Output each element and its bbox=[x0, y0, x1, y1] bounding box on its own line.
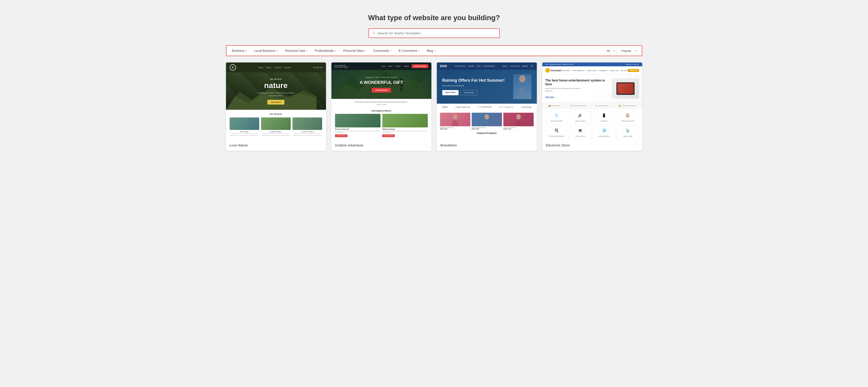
brand-product-3: Let's Lorem Suit Up! CHECK OUT bbox=[503, 113, 534, 130]
page-title: What type of website are you building? bbox=[226, 13, 642, 22]
cat-air-conditioner: ❄️ AIR CONDITIONER bbox=[546, 111, 568, 124]
chevron-down-icon: ▾ bbox=[418, 50, 420, 52]
cat-audio-video: 🔊 AUDIO & VIDEO bbox=[569, 111, 592, 124]
tab-personal-sites[interactable]: Personal Sites ▾ bbox=[340, 46, 369, 56]
template-card-love-nature[interactable]: N Home About Services Contact 619-555-55… bbox=[226, 62, 326, 151]
template-footer-outdoor: Outdoor Adventure ♡ bbox=[332, 140, 431, 151]
chevron-down-icon: ▾ bbox=[306, 50, 307, 52]
cat-pcs-laptop: 💻 PCS & LAPTOP bbox=[569, 126, 592, 140]
template-preview-brandstore: DNK EVERYTHING WOMEN MEN ACCESSORIES ABO… bbox=[437, 62, 537, 140]
outdoor-event-2: Walking Holidays Fuerat alecu carentem h… bbox=[382, 114, 428, 137]
tab-community[interactable]: Community ▾ bbox=[369, 46, 395, 56]
all-select[interactable]: All bbox=[604, 47, 617, 54]
chevron-down-icon: ▾ bbox=[276, 50, 278, 52]
svg-point-11 bbox=[453, 114, 457, 119]
cat-gadgets: 📱 GADGETS bbox=[593, 111, 615, 124]
cat-smart-home: 📡 SMART HOME bbox=[617, 126, 639, 140]
tab-professionals[interactable]: Professionals ▾ bbox=[311, 46, 340, 56]
return-icon: ↩ bbox=[595, 104, 597, 107]
outdoor-events: UPCOMING EVENTS Everest Camp Trek Fuerat… bbox=[332, 108, 431, 140]
support-icon: 🕐 bbox=[569, 104, 572, 107]
chevron-down-icon: ▾ bbox=[434, 50, 435, 52]
brand-products: 20% Off on Tank Tops SHOP NOW bbox=[437, 111, 537, 140]
cat-refrigerator: 🧊 REFRIGERATOR bbox=[593, 126, 615, 140]
secure-icon: 🔒 bbox=[618, 104, 621, 107]
nature-services-grid: Web Design We can help you and benefit y… bbox=[229, 117, 322, 136]
elec-top-bar: 24/7 Customer Service 1-888-234-1876 Shi… bbox=[542, 62, 642, 66]
nature-get-started-btn: Get Started bbox=[268, 100, 284, 105]
nature-hero: we all love nature Look deep into nature… bbox=[226, 72, 326, 110]
favorite-icon-love-nature[interactable]: ♡ bbox=[319, 143, 322, 148]
template-footer-love-nature: Love Nature ♡ bbox=[226, 140, 326, 151]
filter-tabs: Business ▾ Local Business ▾ Personal Car… bbox=[226, 46, 441, 56]
chevron-down-icon: ▾ bbox=[365, 50, 366, 52]
elec-category-row-1: ❄️ AIR CONDITIONER 🔊 AUDIO & VIDEO 📱 GAD… bbox=[546, 111, 639, 124]
search-icon: ⚲ bbox=[373, 31, 375, 35]
elec-category-row-2: 🍳 KITCHEN APPLIANCES 💻 PCS & LAPTOP 🧊 RE… bbox=[546, 126, 639, 140]
elec-feature-bar: 🚚 Free shipping 🕐 We are available 24/7 … bbox=[542, 102, 642, 109]
template-card-outdoor-adventure[interactable]: OUTDOOR ADVENTURE Home About Projects Co… bbox=[332, 62, 431, 151]
template-footer-brandstore: Brandstore ♡ bbox=[437, 140, 537, 151]
nature-service-1: Web Design We can help you and benefit y… bbox=[229, 117, 259, 136]
nature-services: Our Services Web Design We can help you … bbox=[226, 110, 326, 140]
elec-hero: The best home entertainment system is he… bbox=[542, 75, 642, 102]
elec-categories: ❄️ AIR CONDITIONER 🔊 AUDIO & VIDEO 📱 GAD… bbox=[542, 109, 642, 140]
svg-point-13 bbox=[516, 114, 521, 119]
chevron-down-icon: ▾ bbox=[246, 50, 247, 52]
tab-business[interactable]: Business ▾ bbox=[228, 46, 251, 56]
brand-products-grid: 20% Off on Tank Tops SHOP NOW bbox=[440, 113, 534, 130]
elec-nav: ☆ Innomart All products Home appliances … bbox=[542, 66, 642, 75]
brand-product-2: Latest Eyewear For You SHOP NOW bbox=[472, 113, 502, 130]
tab-personal-care[interactable]: Personal Care ▾ bbox=[281, 46, 311, 56]
template-preview-outdoor: OUTDOOR ADVENTURE Home About Projects Co… bbox=[332, 62, 431, 140]
outdoor-event-1: Everest Camp Trek Fuerat alecu carentem … bbox=[335, 114, 380, 137]
tab-local-business[interactable]: Local Business ▾ bbox=[250, 46, 281, 56]
chevron-down-icon: ▾ bbox=[335, 50, 336, 52]
chevron-down-icon: ▾ bbox=[390, 50, 391, 52]
template-preview-electronic: 24/7 Customer Service 1-888-234-1876 Shi… bbox=[542, 62, 642, 140]
nature-logo: N bbox=[229, 64, 236, 70]
nature-nav-links: Home About Services Contact bbox=[258, 66, 291, 68]
outdoor-hero: Explore The Colourful World A WONDERFUL … bbox=[332, 70, 431, 99]
tab-blog[interactable]: Blog ▾ bbox=[423, 46, 439, 56]
brand-hero-image bbox=[513, 74, 531, 99]
template-footer-electronic: Electronic Store ♡ bbox=[542, 140, 642, 151]
shipping-icon: 🚚 bbox=[548, 104, 551, 107]
cat-kitchen: 🍳 KITCHEN APPLIANCES bbox=[546, 126, 568, 140]
template-preview-love-nature: N Home About Services Contact 619-555-55… bbox=[226, 62, 326, 140]
outdoor-events-grid: Everest Camp Trek Fuerat alecu carentem … bbox=[335, 114, 428, 137]
favorite-icon-electronic[interactable]: ♡ bbox=[635, 143, 639, 148]
nature-service-3: Content Creation We can help you and ben… bbox=[292, 117, 322, 136]
sort-select[interactable]: Popular bbox=[619, 47, 638, 54]
tab-ecommerce[interactable]: E-Commerce ▾ bbox=[395, 46, 423, 56]
favorite-icon-brandstore[interactable]: ♡ bbox=[530, 143, 533, 148]
all-select-wrapper: All bbox=[604, 47, 617, 54]
template-card-electronic-store[interactable]: 24/7 Customer Service 1-888-234-1876 Shi… bbox=[542, 62, 642, 151]
favorite-icon-outdoor[interactable]: ♡ bbox=[424, 143, 428, 148]
svg-point-10 bbox=[519, 75, 526, 82]
brand-hero: Raining Offers For Hot Summer! 25% Off O… bbox=[437, 70, 537, 103]
search-input[interactable] bbox=[377, 31, 496, 35]
brand-nav: DNK EVERYTHING WOMEN MEN ACCESSORIES ABO… bbox=[437, 62, 537, 70]
nature-service-2: Graphic Design We can help you and benef… bbox=[261, 117, 291, 136]
brand-product-1: 20% Off on Tank Tops SHOP NOW bbox=[440, 113, 470, 130]
template-card-brandstore[interactable]: DNK EVERYTHING WOMEN MEN ACCESSORIES ABO… bbox=[437, 62, 537, 151]
elec-hero-image bbox=[612, 78, 639, 99]
outdoor-quote: "Fuerat aleo carentem habentia spectent … bbox=[332, 99, 431, 108]
sort-select-wrapper: Popular bbox=[619, 47, 638, 54]
cat-home-appliances: 🏠 HOME APPLIANCES bbox=[617, 111, 639, 124]
brand-logos-bar: L000 LOGO ENPLIUS ✦ LOGOPSUM ■ oo | logo… bbox=[437, 103, 537, 111]
nature-nav: N Home About Services Contact 619-555-55… bbox=[226, 62, 326, 72]
filter-bar: Business ▾ Local Business ▾ Personal Car… bbox=[226, 45, 642, 56]
filter-right: All Popular bbox=[604, 47, 642, 54]
svg-point-12 bbox=[485, 114, 489, 119]
search-bar-container: ⚲ bbox=[369, 28, 500, 38]
templates-grid: N Home About Services Contact 619-555-55… bbox=[226, 62, 642, 151]
